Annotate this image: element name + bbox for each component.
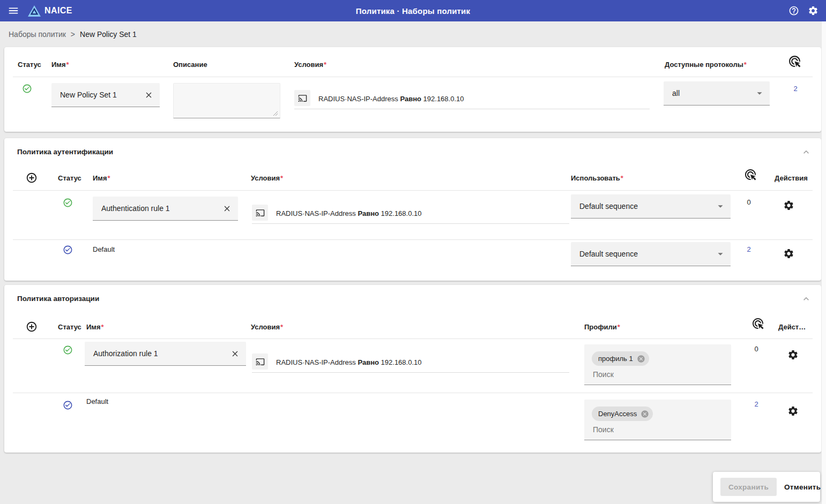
scrollbar[interactable] (821, 21, 826, 504)
hits-count-link[interactable]: 2 (788, 85, 802, 93)
chevron-down-icon (715, 248, 726, 260)
required-marker: * (324, 61, 326, 69)
default-rule-label: Default (86, 397, 108, 405)
collapse-icon[interactable] (801, 147, 812, 157)
column-name: Имя (51, 61, 66, 69)
protocols-select[interactable]: all (664, 81, 770, 106)
required-marker: * (621, 174, 623, 182)
chip-remove-icon[interactable] (641, 410, 649, 418)
column-actions: Дейст… (778, 323, 806, 331)
condition-operator: Равно (400, 95, 421, 103)
profile-chip: профиль 1 (592, 351, 649, 366)
cast-icon (294, 90, 310, 106)
policy-set-card: Статус Имя* Описание Условия* Доступные … (4, 47, 821, 132)
collapse-icon[interactable] (801, 294, 812, 304)
chip-remove-icon[interactable] (637, 355, 645, 363)
row-actions-gear-icon[interactable] (787, 405, 799, 417)
authz-rule-condition[interactable]: RADIUS·NAS-IP-Address Равно 192.168.0.10 (252, 352, 569, 373)
breadcrumb-current: New Policy Set 1 (80, 30, 137, 39)
required-marker: * (744, 61, 747, 69)
column-description: Описание (173, 61, 207, 69)
auth-sequence-select[interactable]: Default sequence (571, 194, 731, 219)
row-actions-gear-icon[interactable] (787, 349, 799, 360)
auth-rule-name-input[interactable]: Authentication rule 1 (93, 197, 238, 221)
auth-sequence-value: Default sequence (571, 250, 715, 258)
required-marker: * (617, 323, 620, 331)
condition-value: 192.168.0.10 (423, 95, 464, 103)
profiles-search-placeholder: Поиск (593, 425, 731, 434)
column-protocols: Доступные протоколы (665, 61, 743, 69)
profile-chip-label: DenyAccess (598, 410, 637, 418)
status-toggle[interactable] (22, 84, 32, 94)
auth-rule-condition[interactable]: RADIUS·NAS-IP-Address Равно 192.168.0.10 (252, 204, 569, 224)
condition-attribute: RADIUS·NAS-IP-Address (276, 209, 356, 217)
default-rule-label: Default (93, 245, 115, 253)
row-actions-gear-icon[interactable] (783, 200, 794, 211)
column-conditions: Условия (251, 174, 280, 182)
authentication-policy-card: Политика аутентификации Статус Имя* Усло… (4, 138, 821, 281)
hits-column-icon (744, 168, 757, 181)
hits-column-icon (788, 55, 801, 68)
required-marker: * (108, 174, 110, 182)
condition-value: 192.168.0.10 (381, 358, 422, 366)
row-actions-gear-icon[interactable] (783, 248, 794, 259)
authz-rule-name-input[interactable]: Authorization rule 1 (85, 342, 246, 366)
condition-value: 192.168.0.10 (381, 209, 422, 217)
required-marker: * (66, 61, 69, 69)
hits-count: 0 (742, 198, 756, 206)
add-rule-icon[interactable] (26, 172, 38, 184)
policy-set-description-input[interactable] (173, 83, 280, 118)
profile-chip: DenyAccess (592, 407, 653, 421)
condition-operator: Равно (358, 358, 379, 366)
authz-rule-name-value: Authorization rule 1 (85, 349, 230, 358)
column-conditions: Условия (251, 323, 280, 331)
add-rule-icon[interactable] (26, 321, 38, 333)
column-actions: Действия (775, 174, 808, 182)
resize-grip-icon[interactable] (273, 111, 278, 116)
status-toggle[interactable] (63, 400, 73, 410)
brand-name: NAICE (44, 6, 72, 16)
policy-set-condition[interactable]: RADIUS·NAS-IP-Address Равно 192.168.0.10 (294, 89, 650, 109)
profiles-input[interactable]: профиль 1 Поиск (584, 344, 731, 385)
breadcrumb: Наборы политик > New Policy Set 1 (0, 21, 826, 47)
status-toggle[interactable] (63, 198, 73, 208)
status-toggle[interactable] (63, 245, 73, 255)
clear-name-icon[interactable] (144, 91, 153, 100)
required-marker: * (280, 323, 283, 331)
save-button[interactable]: Сохранить (720, 478, 777, 496)
cancel-button[interactable]: Отменить (784, 483, 821, 491)
policy-set-name-input[interactable]: New Policy Set 1 (51, 83, 160, 107)
column-use: Использовать (571, 174, 620, 182)
brand-logo-icon (28, 5, 41, 17)
cast-icon (252, 205, 268, 221)
hits-count-link[interactable]: 2 (749, 400, 763, 408)
help-icon[interactable] (788, 5, 799, 16)
hits-count-link[interactable]: 2 (742, 245, 756, 253)
chevron-down-icon (715, 200, 726, 212)
profiles-search-placeholder: Поиск (593, 370, 731, 379)
condition-attribute: RADIUS·NAS-IP-Address (276, 358, 356, 366)
protocols-value: all (664, 89, 754, 97)
condition-attribute: RADIUS·NAS-IP-Address (318, 95, 398, 103)
hits-column-icon (751, 317, 764, 330)
status-toggle[interactable] (63, 345, 73, 355)
condition-operator: Равно (358, 209, 379, 217)
breadcrumb-parent[interactable]: Наборы политик (9, 30, 66, 39)
auth-sequence-select[interactable]: Default sequence (571, 242, 731, 266)
brand[interactable]: NAICE (28, 5, 72, 17)
required-marker: * (280, 174, 283, 182)
profiles-input[interactable]: DenyAccess Поиск (584, 400, 731, 440)
menu-icon[interactable] (8, 5, 19, 17)
page-title: Политика · Наборы политик (356, 6, 470, 16)
column-name: Имя (93, 174, 107, 182)
clear-name-icon[interactable] (230, 349, 240, 358)
profile-chip-label: профиль 1 (598, 355, 633, 363)
save-bar: Сохранить Отменить (713, 472, 820, 502)
auth-rule-name-value: Authentication rule 1 (93, 204, 222, 213)
settings-icon[interactable] (808, 5, 818, 16)
column-status: Статус (58, 323, 81, 331)
column-conditions: Условия (294, 61, 323, 69)
clear-name-icon[interactable] (222, 204, 232, 213)
column-name: Имя (86, 323, 101, 331)
section-title-authorization: Политика авторизации (17, 295, 99, 303)
